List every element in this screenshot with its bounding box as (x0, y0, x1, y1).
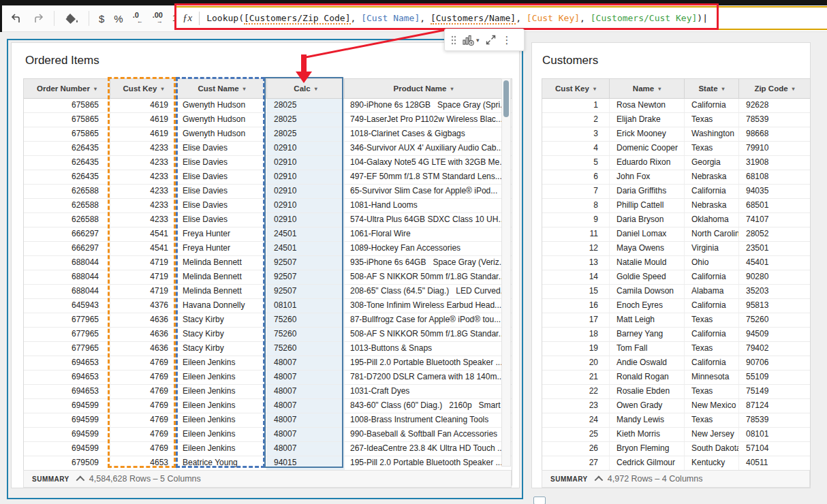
cell[interactable]: 02910 (267, 199, 345, 212)
cell[interactable]: 688044 (24, 285, 110, 298)
cell[interactable]: 4636 (110, 313, 177, 327)
cell[interactable]: 890-iPhone 6s 128GB Space Gray (Spri... (345, 99, 502, 112)
cell[interactable]: Oklahoma (685, 213, 739, 227)
cell[interactable]: 79910 (739, 142, 810, 155)
cell[interactable]: 55109 (739, 371, 810, 384)
cell[interactable]: 48007 (267, 385, 345, 398)
cell[interactable]: Minnesota (685, 371, 739, 384)
cell[interactable]: 2 (542, 113, 610, 127)
cell[interactable]: 574-Ultra Plus 64GB SDXC Class 10 UH... (345, 213, 502, 227)
cell[interactable]: 1081-Hand Looms (345, 199, 502, 212)
cell[interactable]: Natalie Mould (610, 256, 685, 270)
more-options-icon[interactable]: ⋮ (502, 35, 512, 45)
cell[interactable]: 22 (542, 385, 610, 398)
cell[interactable]: 195-Pill 2.0 Portable Bluetooth Speaker … (345, 456, 502, 470)
cell[interactable]: 48007 (267, 413, 345, 427)
cell[interactable]: 4619 (110, 99, 177, 112)
cell[interactable]: Eileen Jenkins (177, 356, 267, 370)
cell[interactable]: 13 (542, 256, 610, 270)
cell[interactable]: Tom Fall (610, 342, 685, 356)
cell[interactable]: 990-Baseball & Softball Fan Accessories (345, 428, 502, 441)
increase-decimals-icon[interactable]: .00 → (153, 12, 163, 25)
cell[interactable]: 694599 (24, 442, 110, 456)
cell[interactable]: 626588 (24, 199, 110, 212)
cell[interactable]: Texas (685, 142, 739, 155)
cell[interactable]: 497-EF 50mm f/1.8 STM Standard Lens... (345, 170, 502, 184)
cell[interactable]: Mandy Lewis (610, 413, 685, 427)
cell[interactable]: Elijah Drake (610, 113, 685, 127)
cell[interactable]: 626435 (24, 170, 110, 184)
cell[interactable]: 4769 (110, 442, 177, 456)
cell[interactable]: 1089-Hockey Fan Accessories (345, 242, 502, 255)
cell[interactable]: Goldie Speed (610, 270, 685, 284)
cell[interactable]: North Carolina (685, 227, 739, 241)
cell[interactable]: Stacy Kirby (177, 328, 267, 341)
cell[interactable]: 4233 (110, 213, 177, 227)
cell[interactable]: 92507 (267, 270, 345, 284)
formula-input[interactable]: Lookup([Customers/Zip Code], [Cust Name]… (206, 13, 708, 23)
cell[interactable]: 694599 (24, 428, 110, 441)
cell[interactable]: 4233 (110, 185, 177, 198)
create-chart-menu[interactable]: ▾ (463, 35, 480, 46)
cell[interactable]: 87-Bullfrogz Case for Apple® iPod® tou..… (345, 313, 502, 327)
cell[interactable]: 92507 (267, 256, 345, 270)
sort-caret-icon[interactable]: ▾ (315, 86, 317, 92)
sort-caret-icon[interactable]: ▾ (243, 86, 246, 92)
column-header-name[interactable]: Name▾ (610, 79, 685, 98)
cell[interactable]: 104-Galaxy Note5 4G LTE with 32GB Me... (345, 156, 502, 170)
cell[interactable]: 694599 (24, 413, 110, 427)
cell[interactable]: Eileen Jenkins (177, 399, 267, 413)
cell[interactable]: 4541 (110, 242, 177, 255)
cell[interactable]: Elise Davies (177, 185, 267, 198)
cell[interactable]: 4719 (110, 256, 177, 270)
cell[interactable]: 645943 (24, 299, 110, 313)
table-scrollbar[interactable] (501, 78, 511, 467)
cell[interactable]: 24501 (267, 227, 345, 241)
cell[interactable]: 1 (542, 99, 610, 112)
cell[interactable]: Daniel Lomax (610, 227, 685, 241)
cell[interactable]: 02910 (267, 156, 345, 170)
cell[interactable]: Owen Grady (610, 399, 685, 413)
cell[interactable]: 4 (542, 142, 610, 155)
scrollbar-thumb[interactable] (503, 80, 509, 117)
cell[interactable]: 626435 (24, 156, 110, 170)
cell[interactable]: Stacy Kirby (177, 313, 267, 327)
resize-handle[interactable] (533, 497, 546, 504)
cell[interactable]: Stacy Kirby (177, 342, 267, 356)
cell[interactable]: 4653 (110, 456, 177, 470)
cell[interactable]: Texas (685, 313, 739, 327)
cell[interactable]: 74107 (739, 213, 810, 227)
cell[interactable]: Nebraska (685, 170, 739, 184)
cell[interactable]: Daria Griffiths (610, 185, 685, 198)
cell[interactable]: 4541 (110, 227, 177, 241)
cell[interactable]: Texas (685, 113, 739, 127)
cell[interactable]: Texas (685, 413, 739, 427)
cell[interactable]: 5 (542, 156, 610, 170)
cell[interactable]: South Dakota (685, 442, 739, 456)
cell[interactable]: 02910 (267, 142, 345, 155)
cell[interactable]: 57104 (739, 442, 810, 456)
cell[interactable]: Eileen Jenkins (177, 371, 267, 384)
undo-icon[interactable] (10, 14, 22, 24)
cell[interactable]: 688044 (24, 270, 110, 284)
cell[interactable]: Elise Davies (177, 170, 267, 184)
cell[interactable]: Melinda Bennett (177, 256, 267, 270)
cell[interactable]: 626435 (24, 142, 110, 155)
cell[interactable]: 28025 (267, 99, 345, 112)
summary-bar[interactable]: SUMMARY 4,972 Rows – 4 Columns (542, 470, 810, 488)
cell[interactable]: 24 (542, 413, 610, 427)
cell[interactable]: 23501 (739, 242, 810, 255)
cell[interactable]: Ohio (685, 256, 739, 270)
cell[interactable]: Melinda Bennett (177, 270, 267, 284)
cell[interactable]: 4233 (110, 199, 177, 212)
sort-caret-icon[interactable]: ▾ (658, 86, 661, 92)
cell[interactable]: 4769 (110, 356, 177, 370)
column-header-cust-name[interactable]: Cust Name▾ (177, 79, 267, 98)
cell[interactable]: Ronald Rogan (610, 371, 685, 384)
cell[interactable]: Georgia (685, 156, 739, 170)
cell[interactable]: 25 (542, 428, 610, 441)
cell[interactable]: California (685, 99, 739, 112)
cell[interactable]: 40511 (739, 456, 810, 470)
cell[interactable]: 4233 (110, 156, 177, 170)
cell[interactable]: 1018-Clarinet Cases & Gigbags (345, 127, 502, 141)
